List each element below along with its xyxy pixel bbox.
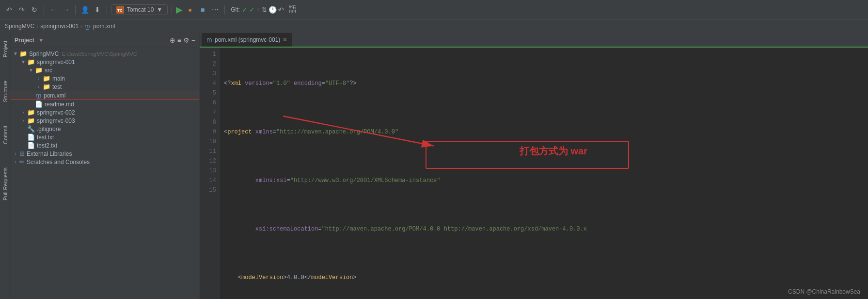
locate-icon[interactable]: ⊕ (170, 36, 175, 44)
more-run-icon[interactable]: ⋯ (210, 4, 221, 15)
code-line-4: xsi:schemaLocation="http://maven.apache.… (224, 224, 868, 234)
linenum-7: 7 (200, 108, 216, 117)
next-icon[interactable]: → (61, 4, 71, 15)
md-icon-readme: 📄 (35, 100, 43, 108)
sidebar-tab-project[interactable]: Project (1, 37, 9, 61)
tree-item-002[interactable]: › 📁 springmvc-002 (11, 108, 199, 116)
tree-item-src[interactable]: ▼ 📁 src (11, 66, 199, 74)
folder-icon-springmvc: 📁 (19, 50, 27, 57)
tree-item-scratches[interactable]: › ✏ Scratches and Consoles (11, 158, 199, 166)
tree-label-pomxml: pom.xml (44, 92, 65, 99)
sidebar-header: Project ▼ ⊕ ≡ ⚙ − (11, 33, 199, 48)
breadcrumb: SpringMVC › springmvc-001 › m̲ pom.xml (0, 19, 868, 33)
code-editor[interactable]: 1 2 3 4 5 6 7 8 9 10 11 12 13 14 15 (200, 48, 868, 299)
sep1 (44, 5, 44, 15)
breadcrumb-sep2: › (80, 23, 82, 30)
debug-icon[interactable]: ● (185, 4, 195, 15)
svg-text:TC: TC (117, 8, 123, 13)
main-area: Project Structure Commit Pull Requests P… (0, 33, 868, 299)
breadcrumb-sep1: › (36, 23, 38, 30)
tomcat-logo-icon: TC (116, 6, 124, 14)
user-icon[interactable]: 👤 (79, 4, 90, 15)
git-check-icon[interactable]: ✓ (242, 6, 248, 14)
forward-icon[interactable]: ↷ (16, 4, 27, 15)
coverage-icon[interactable]: ■ (197, 4, 208, 15)
update-icon[interactable]: ⬇ (92, 4, 103, 15)
folder-icon-test: 📁 (43, 83, 50, 90)
folder-icon-003: 📁 (27, 117, 35, 124)
tree-item-test[interactable]: › 📁 test (11, 83, 199, 91)
tree-item-gitignore[interactable]: 🔧 .gitignore (11, 125, 199, 133)
back-icon[interactable]: ↶ (4, 4, 15, 15)
sep4 (172, 5, 172, 15)
txt-icon-testtxt: 📄 (27, 133, 35, 141)
linenum-11: 11 (200, 147, 216, 156)
folder-icon-src: 📁 (35, 66, 43, 74)
breadcrumb-pomxml[interactable]: pom.xml (93, 23, 115, 30)
tab-close-pomxml[interactable]: ✕ (283, 36, 287, 43)
tree-arrow-003[interactable]: › (20, 118, 26, 123)
editor-tabs: m̲ pom.xml (springmvc-001) ✕ (200, 33, 868, 48)
git-branch-icon[interactable]: ⇅ (261, 6, 267, 14)
tree-item-readme[interactable]: 📄 readme.md (11, 100, 199, 108)
translate-icon[interactable]: 語 (289, 4, 297, 15)
linenum-3: 3 (200, 69, 216, 79)
minimize-icon[interactable]: − (191, 36, 195, 44)
refresh-icon[interactable]: ↻ (29, 4, 40, 15)
breadcrumb-springmvc[interactable]: SpringMVC (5, 23, 34, 30)
git-label: Git: (231, 6, 240, 13)
prev-icon[interactable]: ← (48, 4, 59, 15)
tree-item-testtxt[interactable]: 📄 test.txt (11, 133, 199, 141)
tree-item-test2txt[interactable]: 📄 test2.txt (11, 141, 199, 150)
txt-icon-test2txt: 📄 (27, 142, 35, 149)
tree-arrow-test[interactable]: › (36, 84, 42, 89)
code-content: 1 2 3 4 5 6 7 8 9 10 11 12 13 14 15 (200, 48, 868, 299)
linenum-2: 2 (200, 59, 216, 69)
tab-pomxml[interactable]: m̲ pom.xml (springmvc-001) ✕ (202, 33, 292, 47)
run-button[interactable]: ▶ (176, 4, 183, 15)
git-push-icon[interactable]: ↑ (256, 6, 260, 14)
sidebar-tab-structure[interactable]: Structure (1, 77, 9, 106)
sidebar-tab-commit[interactable]: Commit (1, 122, 9, 148)
tree-arrow-main[interactable]: › (36, 76, 42, 81)
file-tree: ▼ 📁 SpringMVC E:\Java\SpringMVC\SpringMV… (11, 48, 199, 299)
tree-arrow-001[interactable]: ▼ (20, 59, 26, 65)
linenum-4: 4 (200, 79, 216, 88)
breadcrumb-springmvc-001[interactable]: springmvc-001 (40, 23, 79, 30)
tree-label-001: springmvc-001 (37, 59, 75, 66)
tree-item-ext-libs[interactable]: › ⊞ External Libraries (11, 150, 199, 158)
code-line-2: <project xmlns="http://maven.apache.org/… (224, 127, 868, 137)
tree-label-003: springmvc-003 (37, 117, 75, 124)
tree-item-003[interactable]: › 📁 springmvc-003 (11, 116, 199, 125)
collapse-icon[interactable]: ≡ (177, 36, 181, 44)
xml-icon-pomxml: m̲ (35, 92, 42, 99)
side-tabs-left: Project Structure Commit Pull Requests (0, 33, 11, 299)
git-check2-icon[interactable]: ✓ (249, 6, 255, 14)
tree-item-springmvc-001[interactable]: ▼ 📁 springmvc-001 (11, 58, 199, 66)
tree-item-main[interactable]: › 📁 main (11, 74, 199, 83)
sidebar-tab-pull-requests[interactable]: Pull Requests (1, 164, 9, 204)
sidebar: Project ▼ ⊕ ≡ ⚙ − ▼ 📁 SpringMVC E:\Java\… (11, 33, 200, 299)
settings-icon[interactable]: ⚙ (183, 36, 189, 44)
folder-icon-002: 📁 (27, 109, 35, 116)
tab-label-pomxml: pom.xml (springmvc-001) (215, 36, 280, 43)
git-history-icon[interactable]: 🕐 (268, 6, 277, 14)
tomcat-run-config[interactable]: TC Tomcat 10 ▼ (111, 4, 168, 15)
git-icons: ✓ ✓ ↑ ⇅ 🕐 ↶ (242, 6, 284, 14)
tree-arrow-springmvc[interactable]: ▼ (13, 51, 18, 56)
linenum-1: 1 (200, 50, 216, 59)
tree-arrow-ext[interactable]: › (13, 151, 18, 156)
git-rollback-icon[interactable]: ↶ (278, 6, 284, 14)
tree-path-springmvc: E:\Java\SpringMVC\SpringMVC (62, 51, 137, 57)
tree-arrow-src[interactable]: ▼ (28, 67, 34, 73)
tree-item-pomxml[interactable]: m̲ pom.xml (11, 91, 199, 100)
tree-arrow-002[interactable]: › (20, 110, 26, 115)
tree-item-springmvc-root[interactable]: ▼ 📁 SpringMVC E:\Java\SpringMVC\SpringMV… (11, 50, 199, 58)
folder-icon-main: 📁 (43, 75, 50, 82)
line-numbers: 1 2 3 4 5 6 7 8 9 10 11 12 13 14 15 (200, 48, 220, 299)
linenum-8: 8 (200, 117, 216, 127)
linenum-12: 12 (200, 156, 216, 166)
tree-label-readme: readme.md (45, 101, 74, 108)
tree-arrow-scratches[interactable]: › (13, 159, 18, 165)
sidebar-dropdown-arrow[interactable]: ▼ (38, 37, 44, 44)
